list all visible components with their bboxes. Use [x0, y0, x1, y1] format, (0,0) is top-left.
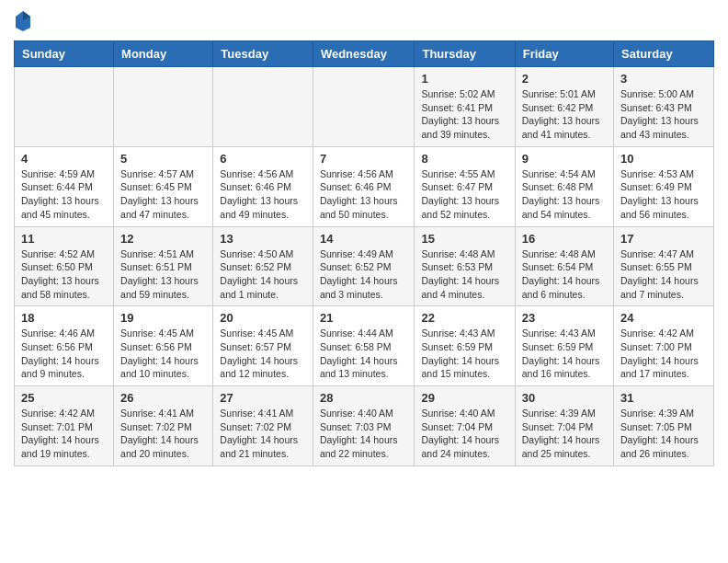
day-number: 2 [522, 72, 607, 86]
day-number: 19 [120, 311, 206, 325]
day-info: Sunrise: 4:45 AMSunset: 6:57 PMDaylight:… [220, 327, 306, 381]
day-info: Sunrise: 4:48 AMSunset: 6:54 PMDaylight:… [522, 247, 607, 302]
day-number: 8 [421, 152, 507, 166]
day-info: Sunrise: 4:41 AMSunset: 7:02 PMDaylight:… [220, 407, 306, 461]
weekday-header-tuesday: Tuesday [213, 41, 313, 67]
day-info: Sunrise: 4:49 AMSunset: 6:52 PMDaylight:… [320, 247, 408, 302]
day-number: 6 [220, 152, 306, 166]
calendar-cell [213, 67, 313, 147]
day-number: 25 [21, 391, 107, 405]
day-info: Sunrise: 4:57 AMSunset: 6:45 PMDaylight:… [120, 167, 206, 222]
day-number: 1 [421, 72, 507, 86]
calendar-cell: 27Sunrise: 4:41 AMSunset: 7:02 PMDayligh… [213, 386, 313, 466]
calendar-cell: 15Sunrise: 4:48 AMSunset: 6:53 PMDayligh… [415, 226, 515, 306]
day-info: Sunrise: 4:39 AMSunset: 7:04 PMDaylight:… [522, 407, 607, 461]
calendar-cell: 13Sunrise: 4:50 AMSunset: 6:52 PMDayligh… [213, 226, 313, 306]
calendar-cell [313, 67, 415, 147]
day-number: 23 [522, 311, 607, 325]
day-info: Sunrise: 5:01 AMSunset: 6:42 PMDaylight:… [522, 87, 607, 142]
calendar-cell: 31Sunrise: 4:39 AMSunset: 7:05 PMDayligh… [614, 386, 714, 466]
day-info: Sunrise: 4:54 AMSunset: 6:48 PMDaylight:… [522, 167, 607, 222]
day-info: Sunrise: 4:43 AMSunset: 6:59 PMDaylight:… [421, 327, 507, 381]
day-info: Sunrise: 4:46 AMSunset: 6:56 PMDaylight:… [21, 327, 107, 381]
week-row-2: 11Sunrise: 4:52 AMSunset: 6:50 PMDayligh… [15, 226, 714, 306]
calendar-cell: 11Sunrise: 4:52 AMSunset: 6:50 PMDayligh… [15, 226, 114, 306]
calendar-cell: 21Sunrise: 4:44 AMSunset: 6:58 PMDayligh… [313, 306, 415, 386]
week-row-0: 1Sunrise: 5:02 AMSunset: 6:41 PMDaylight… [15, 67, 714, 147]
weekday-header-saturday: Saturday [614, 41, 714, 67]
day-number: 20 [220, 311, 306, 325]
calendar-table: SundayMondayTuesdayWednesdayThursdayFrid… [14, 40, 714, 466]
calendar-cell: 20Sunrise: 4:45 AMSunset: 6:57 PMDayligh… [213, 306, 313, 386]
day-info: Sunrise: 4:51 AMSunset: 6:51 PMDaylight:… [120, 247, 206, 302]
day-number: 18 [21, 311, 107, 325]
calendar-cell: 1Sunrise: 5:02 AMSunset: 6:41 PMDaylight… [415, 67, 515, 147]
logo [14, 9, 36, 31]
weekday-header-wednesday: Wednesday [313, 41, 415, 67]
day-info: Sunrise: 4:56 AMSunset: 6:46 PMDaylight:… [220, 167, 306, 222]
calendar-cell: 18Sunrise: 4:46 AMSunset: 6:56 PMDayligh… [15, 306, 114, 386]
day-number: 5 [120, 152, 206, 166]
calendar-page: SundayMondayTuesdayWednesdayThursdayFrid… [0, 0, 728, 476]
day-number: 11 [21, 232, 107, 246]
day-number: 27 [220, 391, 306, 405]
day-number: 7 [320, 152, 408, 166]
week-row-1: 4Sunrise: 4:59 AMSunset: 6:44 PMDaylight… [15, 146, 714, 226]
day-info: Sunrise: 4:55 AMSunset: 6:47 PMDaylight:… [421, 167, 507, 222]
day-number: 14 [320, 232, 408, 246]
day-info: Sunrise: 4:44 AMSunset: 6:58 PMDaylight:… [320, 327, 408, 381]
weekday-header-thursday: Thursday [415, 41, 515, 67]
day-number: 17 [620, 232, 707, 246]
calendar-cell: 2Sunrise: 5:01 AMSunset: 6:42 PMDaylight… [515, 67, 613, 147]
day-info: Sunrise: 4:39 AMSunset: 7:05 PMDaylight:… [620, 407, 707, 461]
day-info: Sunrise: 4:41 AMSunset: 7:02 PMDaylight:… [120, 407, 206, 461]
calendar-cell: 29Sunrise: 4:40 AMSunset: 7:04 PMDayligh… [415, 386, 515, 466]
day-info: Sunrise: 4:40 AMSunset: 7:04 PMDaylight:… [421, 407, 507, 461]
calendar-cell [114, 67, 213, 147]
day-number: 24 [620, 311, 707, 325]
calendar-cell: 22Sunrise: 4:43 AMSunset: 6:59 PMDayligh… [415, 306, 515, 386]
day-number: 26 [120, 391, 206, 405]
calendar-cell: 6Sunrise: 4:56 AMSunset: 6:46 PMDaylight… [213, 146, 313, 226]
day-info: Sunrise: 4:43 AMSunset: 6:59 PMDaylight:… [522, 327, 607, 381]
calendar-cell: 24Sunrise: 4:42 AMSunset: 7:00 PMDayligh… [614, 306, 714, 386]
weekday-header-row: SundayMondayTuesdayWednesdayThursdayFrid… [15, 41, 714, 67]
day-number: 12 [120, 232, 206, 246]
calendar-cell: 3Sunrise: 5:00 AMSunset: 6:43 PMDaylight… [614, 67, 714, 147]
day-number: 22 [421, 311, 507, 325]
calendar-cell: 8Sunrise: 4:55 AMSunset: 6:47 PMDaylight… [415, 146, 515, 226]
calendar-cell: 19Sunrise: 4:45 AMSunset: 6:56 PMDayligh… [114, 306, 213, 386]
calendar-cell: 16Sunrise: 4:48 AMSunset: 6:54 PMDayligh… [515, 226, 613, 306]
calendar-cell: 14Sunrise: 4:49 AMSunset: 6:52 PMDayligh… [313, 226, 415, 306]
week-row-3: 18Sunrise: 4:46 AMSunset: 6:56 PMDayligh… [15, 306, 714, 386]
day-number: 15 [421, 232, 507, 246]
day-number: 13 [220, 232, 306, 246]
day-number: 29 [421, 391, 507, 405]
day-info: Sunrise: 4:42 AMSunset: 7:01 PMDaylight:… [21, 407, 107, 461]
day-info: Sunrise: 4:47 AMSunset: 6:55 PMDaylight:… [620, 247, 707, 302]
day-info: Sunrise: 4:42 AMSunset: 7:00 PMDaylight:… [620, 327, 707, 381]
day-number: 21 [320, 311, 408, 325]
weekday-header-monday: Monday [114, 41, 213, 67]
day-number: 28 [320, 391, 408, 405]
weekday-header-friday: Friday [515, 41, 613, 67]
calendar-cell: 5Sunrise: 4:57 AMSunset: 6:45 PMDaylight… [114, 146, 213, 226]
day-number: 31 [620, 391, 707, 405]
day-number: 30 [522, 391, 607, 405]
day-number: 9 [522, 152, 607, 166]
calendar-cell: 23Sunrise: 4:43 AMSunset: 6:59 PMDayligh… [515, 306, 613, 386]
day-info: Sunrise: 4:45 AMSunset: 6:56 PMDaylight:… [120, 327, 206, 381]
day-number: 16 [522, 232, 607, 246]
calendar-cell: 7Sunrise: 4:56 AMSunset: 6:46 PMDaylight… [313, 146, 415, 226]
calendar-cell: 4Sunrise: 4:59 AMSunset: 6:44 PMDaylight… [15, 146, 114, 226]
day-info: Sunrise: 4:56 AMSunset: 6:46 PMDaylight:… [320, 167, 408, 222]
header [14, 9, 714, 31]
logo-icon [14, 9, 32, 31]
calendar-cell: 26Sunrise: 4:41 AMSunset: 7:02 PMDayligh… [114, 386, 213, 466]
day-info: Sunrise: 4:48 AMSunset: 6:53 PMDaylight:… [421, 247, 507, 302]
calendar-cell: 9Sunrise: 4:54 AMSunset: 6:48 PMDaylight… [515, 146, 613, 226]
day-info: Sunrise: 4:53 AMSunset: 6:49 PMDaylight:… [620, 167, 707, 222]
day-number: 4 [21, 152, 107, 166]
day-info: Sunrise: 4:59 AMSunset: 6:44 PMDaylight:… [21, 167, 107, 222]
calendar-cell: 30Sunrise: 4:39 AMSunset: 7:04 PMDayligh… [515, 386, 613, 466]
